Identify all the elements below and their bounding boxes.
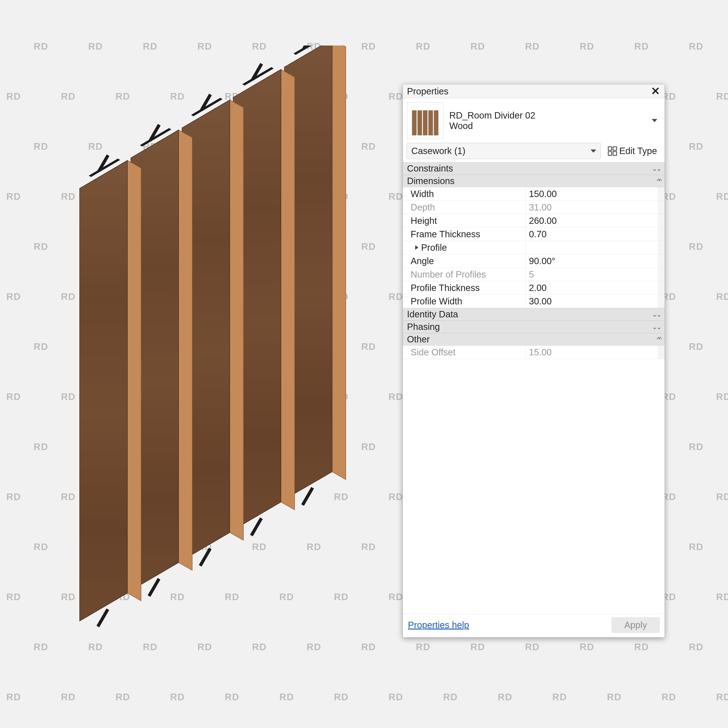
value-frame-thickness[interactable]: 0.70 xyxy=(526,228,658,241)
row-frame-thickness[interactable]: Frame Thickness 0.70 xyxy=(403,228,665,241)
type-selector[interactable]: RD_Room Divider 02 Wood xyxy=(403,98,665,143)
expand-right-icon xyxy=(415,245,418,250)
type-name: RD_Room Divider 02 Wood xyxy=(449,110,646,131)
value-depth: 31.00 xyxy=(526,201,658,214)
svg-rect-29 xyxy=(96,608,109,627)
group-identity-data[interactable]: Identity Data ⌄⌄ xyxy=(403,308,665,321)
group-phasing[interactable]: Phasing ⌄⌄ xyxy=(403,321,665,333)
model-viewport[interactable] xyxy=(59,46,378,660)
group-dimensions[interactable]: Dimensions ^^ xyxy=(403,175,665,187)
edit-type-label: Edit Type xyxy=(619,146,657,156)
row-number-of-profiles: Number of Profiles 5 xyxy=(403,268,665,281)
room-divider-model xyxy=(80,46,346,627)
expand-icon: ^^ xyxy=(657,336,661,343)
row-angle[interactable]: Angle 90.00° xyxy=(403,254,665,268)
type-thumbnail xyxy=(407,102,444,139)
collapse-icon: ⌄⌄ xyxy=(652,323,661,331)
row-profile-width[interactable]: Profile Width 30.00 xyxy=(403,295,665,308)
properties-footer: Properties help Apply xyxy=(403,614,665,637)
svg-marker-28 xyxy=(80,161,127,621)
svg-rect-17 xyxy=(199,548,211,566)
value-side-offset: 15.00 xyxy=(526,346,658,359)
value-profile[interactable] xyxy=(526,241,658,254)
row-height[interactable]: Height 260.00 xyxy=(403,214,665,228)
value-height[interactable]: 260.00 xyxy=(526,214,658,227)
group-other[interactable]: Other ^^ xyxy=(403,333,665,346)
close-icon[interactable]: ✕ xyxy=(649,86,662,97)
group-constraints[interactable]: Constraints ⌄⌄ xyxy=(403,162,665,175)
properties-titlebar[interactable]: Properties ✕ xyxy=(403,84,665,98)
svg-marker-15 xyxy=(230,100,243,540)
edit-type-button[interactable]: Edit Type xyxy=(604,143,661,159)
apply-button[interactable]: Apply xyxy=(612,618,659,633)
svg-marker-3 xyxy=(332,46,346,480)
value-angle[interactable]: 90.00° xyxy=(526,254,658,268)
edit-type-icon xyxy=(608,147,617,156)
instance-filter-label: Casework (1) xyxy=(411,146,465,156)
svg-marker-21 xyxy=(179,130,192,570)
properties-panel: Properties ✕ RD_Room Divider 02 Wood Cas… xyxy=(403,84,665,638)
svg-marker-9 xyxy=(281,69,295,510)
collapse-icon: ⌄⌄ xyxy=(652,310,661,318)
row-profile[interactable]: Profile xyxy=(403,241,665,254)
row-depth: Depth 31.00 xyxy=(403,201,665,214)
svg-marker-27 xyxy=(127,161,141,601)
svg-rect-23 xyxy=(148,578,161,597)
svg-rect-5 xyxy=(301,487,314,506)
collapse-icon: ⌄⌄ xyxy=(652,165,661,173)
properties-title: Properties xyxy=(407,86,448,96)
row-width[interactable]: Width 150.00 xyxy=(403,187,665,201)
instance-filter-dropdown[interactable]: Casework (1) xyxy=(407,143,601,159)
expand-icon: ^^ xyxy=(657,177,661,185)
value-profile-thickness[interactable]: 2.00 xyxy=(526,281,658,294)
properties-help-link[interactable]: Properties help xyxy=(408,620,469,630)
svg-rect-11 xyxy=(250,517,263,536)
value-number-of-profiles: 5 xyxy=(526,268,658,281)
chevron-down-icon xyxy=(590,150,596,153)
value-width[interactable]: 150.00 xyxy=(526,187,658,200)
row-profile-thickness[interactable]: Profile Thickness 2.00 xyxy=(403,281,665,295)
value-profile-width[interactable]: 30.00 xyxy=(526,295,658,308)
row-side-offset: Side Offset 15.00 xyxy=(403,346,665,359)
chevron-down-icon xyxy=(652,119,657,122)
